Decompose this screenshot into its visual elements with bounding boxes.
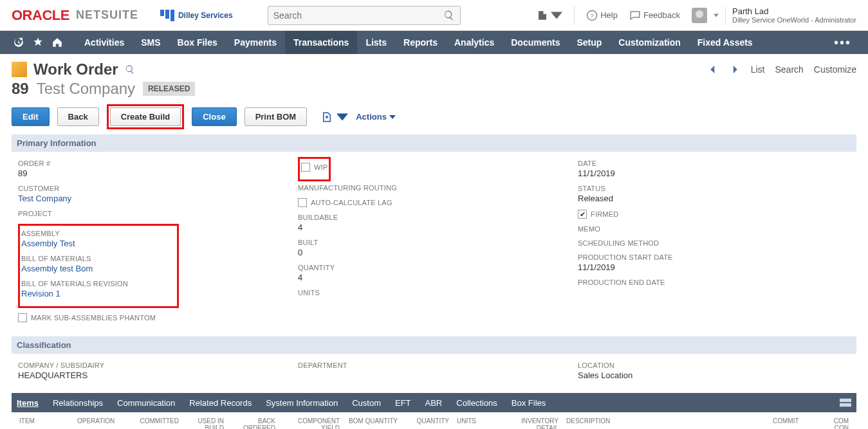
checkbox-autolag[interactable] [298, 198, 307, 207]
label-customer: CUSTOMER [18, 185, 290, 192]
th-back-ordered: BACK ORDERED [228, 417, 279, 429]
nav-analytics[interactable]: Analytics [446, 31, 503, 54]
nav-payments[interactable]: Payments [226, 31, 285, 54]
value-customer[interactable]: Test Company [18, 194, 71, 203]
label-department: DEPARTMENT [298, 361, 570, 369]
main-nav: Activities SMS Box Files Payments Transa… [0, 31, 868, 54]
th-component-yield: COMPONENT YIELD [279, 417, 344, 429]
print-bom-button[interactable]: Print BOM [245, 107, 308, 126]
tab-eft[interactable]: EFT [395, 398, 411, 408]
tab-boxfiles[interactable]: Box Files [512, 398, 546, 408]
label-built: BUILT [298, 239, 570, 246]
nav-boxfiles[interactable]: Box Files [169, 31, 226, 54]
svg-rect-2 [840, 399, 851, 402]
label-memo: MEMO [578, 225, 850, 233]
back-button[interactable]: Back [57, 107, 99, 126]
global-search[interactable] [268, 6, 461, 25]
org-name: Dilley Services [178, 11, 233, 20]
nav-sms[interactable]: SMS [133, 31, 169, 54]
more-actions[interactable] [321, 111, 348, 123]
tab-related-records[interactable]: Related Records [189, 398, 252, 408]
value-bomrev[interactable]: Revision 1 [21, 289, 60, 298]
feedback-label: Feedback [643, 10, 680, 20]
search-input[interactable] [273, 10, 443, 21]
value-quantity: 4 [298, 273, 570, 282]
label-phantom: MARK SUB-ASSEMBLIES PHANTOM [31, 314, 156, 322]
nav-reports[interactable]: Reports [395, 31, 446, 54]
svg-text:?: ? [590, 12, 594, 19]
label-quantity: QUANTITY [298, 264, 570, 271]
label-firmed: FIRMED [591, 210, 618, 218]
tab-collections[interactable]: Collections [456, 398, 497, 408]
org-logo-icon [160, 10, 174, 21]
nav-overflow[interactable]: ••• [826, 35, 859, 50]
label-routing: MANUFACTURING ROUTING [298, 184, 570, 192]
label-order: ORDER # [18, 160, 290, 167]
nav-fixedassets[interactable]: Fixed Assets [689, 31, 761, 54]
brand-oracle: ORACLE [12, 7, 69, 24]
plus-page-icon [321, 111, 333, 123]
edit-button[interactable]: Edit [12, 107, 50, 126]
nav-favorite[interactable] [28, 31, 48, 54]
avatar-icon [692, 8, 707, 23]
checkbox-firmed[interactable]: ✔ [578, 210, 587, 219]
actions-menu[interactable]: Actions [356, 112, 396, 122]
nav-history[interactable] [9, 31, 28, 54]
tab-relationships[interactable]: Relationships [53, 398, 103, 408]
nav-home[interactable] [48, 31, 67, 54]
customize-link[interactable]: Customize [814, 64, 856, 75]
nav-documents[interactable]: Documents [503, 31, 568, 54]
th-com-con: COM CON [820, 417, 853, 429]
record-type-icon [12, 62, 27, 77]
section-classification: Classification [12, 336, 856, 354]
label-bomrev: BILL OF MATERIALS REVISION [21, 280, 176, 288]
org-switcher[interactable]: Dilley Services [160, 10, 233, 21]
list-link[interactable]: List [751, 64, 765, 75]
help-link[interactable]: ? Help [586, 10, 618, 21]
user-name: Parth Lad [732, 6, 856, 16]
th-units: UNITS [453, 417, 498, 429]
label-location: LOCATION [578, 361, 850, 369]
th-item: ITEM [15, 417, 73, 429]
feedback-link[interactable]: Feedback [629, 10, 680, 21]
search-icon[interactable] [125, 64, 135, 75]
arrow-right-icon[interactable] [729, 64, 741, 75]
value-bom[interactable]: Assembly test Bom [21, 264, 93, 273]
checkbox-wip[interactable] [301, 163, 310, 172]
label-status: STATUS [578, 185, 850, 192]
th-quantity: QUANTITY [402, 417, 453, 429]
tab-view-toggle[interactable] [840, 398, 851, 407]
nav-lists[interactable]: Lists [357, 31, 395, 54]
tab-custom[interactable]: Custom [352, 398, 381, 408]
caret-down-icon [714, 14, 719, 17]
tab-system-info[interactable]: System Information [266, 398, 338, 408]
value-assembly[interactable]: Assembly Test [21, 239, 75, 248]
search-icon [443, 10, 455, 21]
tab-communication[interactable]: Communication [117, 398, 175, 408]
checkbox-phantom[interactable] [18, 313, 27, 322]
label-buildable: BUILDABLE [298, 214, 570, 221]
arrow-left-icon[interactable] [707, 64, 719, 75]
create-build-button[interactable]: Create Build [110, 107, 181, 126]
nav-customization[interactable]: Customization [610, 31, 688, 54]
close-button[interactable]: Close [192, 107, 236, 126]
user-menu[interactable]: Parth Lad Dilley Service OneWorld - Admi… [692, 6, 856, 24]
th-inventory-detail: INVENTORY DETAIL [498, 417, 562, 429]
label-assembly: ASSEMBLY [21, 230, 176, 237]
value-built: 0 [298, 248, 570, 257]
tab-abr[interactable]: ABR [425, 398, 443, 408]
record-number: 89 [12, 80, 29, 98]
value-date: 11/1/2019 [578, 169, 850, 178]
nav-activities[interactable]: Activities [76, 31, 133, 54]
label-project: PROJECT [18, 210, 290, 217]
value-pstart: 11/1/2019 [578, 262, 850, 272]
search-link[interactable]: Search [775, 64, 804, 75]
nav-transactions[interactable]: Transactions [285, 31, 357, 54]
separator [574, 6, 575, 24]
svg-rect-3 [840, 403, 851, 406]
create-new[interactable] [537, 10, 562, 21]
nav-setup[interactable]: Setup [568, 31, 610, 54]
tab-items[interactable]: Items [17, 398, 39, 408]
value-order: 89 [18, 169, 290, 178]
label-pstart: PRODUCTION START DATE [578, 253, 850, 261]
